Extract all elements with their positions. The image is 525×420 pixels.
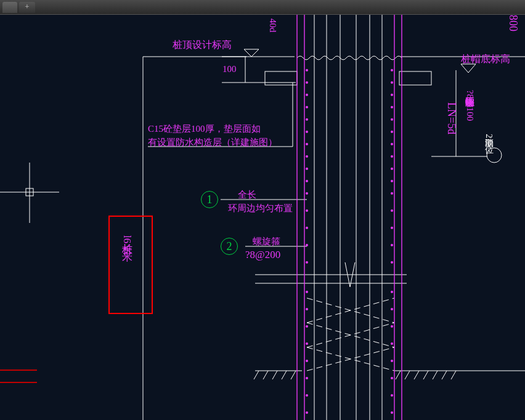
svg-point-75	[391, 69, 393, 71]
svg-point-97	[391, 411, 393, 414]
svg-line-36	[414, 371, 419, 379]
label-ln5d: LN=5d	[445, 102, 458, 134]
highlight-box	[108, 216, 153, 314]
svg-point-59	[306, 155, 308, 158]
label-pile-top-elev: 桩顶设计标高	[173, 39, 232, 52]
svg-point-90	[391, 291, 393, 293]
svg-point-88	[391, 244, 393, 246]
svg-point-96	[391, 394, 393, 397]
callout-marker-2: 2	[221, 238, 238, 255]
dim-40d: 40d	[267, 18, 278, 33]
svg-point-66	[306, 261, 308, 264]
dim-100: 100	[222, 64, 237, 75]
svg-line-30	[263, 371, 268, 379]
svg-point-94	[391, 360, 393, 362]
svg-point-79	[391, 118, 393, 121]
label-full-length: 全长	[238, 189, 256, 201]
dim-800: 800	[507, 15, 519, 31]
svg-point-73	[306, 394, 308, 397]
svg-point-63	[306, 209, 308, 212]
red-line	[0, 370, 37, 371]
svg-point-70	[306, 342, 308, 345]
label-c15-line2: 有设置防水构造层（详建施图）	[148, 137, 277, 148]
svg-point-69	[306, 325, 308, 328]
svg-point-52	[306, 69, 308, 71]
svg-line-32	[282, 371, 287, 379]
svg-point-80	[391, 131, 393, 133]
svg-point-71	[306, 360, 308, 362]
svg-point-62	[306, 192, 308, 195]
svg-point-92	[391, 325, 393, 328]
svg-point-47	[487, 148, 502, 163]
svg-point-82	[391, 155, 393, 158]
svg-point-89	[391, 261, 393, 264]
svg-point-74	[306, 411, 308, 414]
svg-point-87	[391, 227, 393, 229]
svg-rect-20	[399, 71, 431, 85]
svg-line-29	[254, 371, 259, 379]
svg-point-72	[306, 377, 308, 379]
svg-point-84	[391, 180, 393, 182]
svg-point-53	[306, 81, 308, 84]
svg-line-31	[272, 371, 277, 379]
red-line	[0, 382, 37, 383]
svg-point-81	[391, 143, 393, 145]
svg-point-58	[306, 143, 308, 145]
label-c15-line1: C15砼垫层100厚，垫层面如	[148, 123, 261, 135]
svg-point-86	[391, 209, 393, 212]
svg-point-65	[306, 244, 308, 246]
svg-line-38	[433, 371, 437, 379]
label-dense-stirrup: 螺旋加密区?8@100	[464, 90, 476, 121]
svg-line-39	[442, 371, 447, 379]
svg-line-40	[451, 371, 456, 379]
svg-point-91	[391, 308, 393, 310]
label-note2: 取消 2位	[483, 132, 494, 139]
svg-point-57	[306, 131, 308, 133]
svg-point-93	[391, 342, 393, 345]
svg-point-56	[306, 118, 308, 121]
svg-point-83	[391, 168, 393, 170]
svg-line-34	[396, 371, 401, 379]
svg-point-54	[306, 94, 308, 96]
label-pile-cap-bottom-elev: 桩帽底标高	[461, 53, 510, 66]
svg-line-37	[423, 371, 428, 379]
svg-point-77	[391, 94, 393, 96]
svg-point-95	[391, 377, 393, 379]
svg-point-76	[391, 81, 393, 84]
svg-point-55	[306, 106, 308, 108]
svg-point-68	[306, 308, 308, 310]
svg-point-78	[391, 106, 393, 108]
svg-point-61	[306, 180, 308, 182]
label-spiral-spec: ?8@200	[245, 249, 280, 261]
callout-marker-1: 1	[201, 191, 218, 208]
label-pile-length: 桩长l6米	[120, 235, 134, 243]
svg-point-64	[306, 227, 308, 229]
svg-line-33	[291, 371, 296, 379]
svg-point-60	[306, 168, 308, 170]
tab-current[interactable]	[2, 2, 17, 13]
tab-bar: +	[0, 0, 525, 15]
tab-new-button[interactable]: +	[19, 2, 35, 13]
cad-linework	[0, 15, 525, 420]
svg-point-85	[391, 192, 393, 195]
svg-line-35	[405, 371, 410, 379]
svg-point-67	[306, 291, 308, 293]
label-around-even: 环周边均匀布置	[228, 203, 293, 214]
drawing-canvas[interactable]: 桩顶设计标高 桩帽底标高 100 40d 800 LN=5d 螺旋加密区?8@1…	[0, 15, 525, 420]
label-spiral-stirrup: 螺旋箍	[253, 236, 280, 248]
svg-rect-19	[265, 71, 297, 85]
